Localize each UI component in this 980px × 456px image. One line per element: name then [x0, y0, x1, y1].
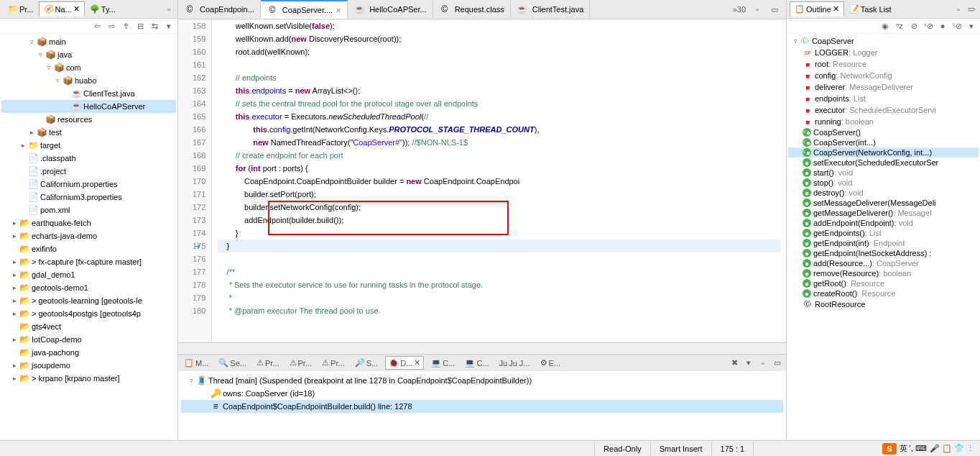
more-tabs[interactable]: »30	[733, 5, 746, 14]
outline-item[interactable]: ᶜ●CoapServer(NetworkConfig, int...)	[788, 147, 979, 158]
bottom-tab[interactable]: 📋M...	[181, 357, 211, 369]
tree-item[interactable]: ▸📂> geotools4postgis [geotools4p	[1, 307, 176, 320]
minimize-icon[interactable]: ▫	[752, 4, 763, 15]
bottom-tab[interactable]: ⚙E...	[537, 357, 564, 369]
bottom-tab[interactable]: 🔍Se...	[216, 357, 249, 369]
tree-item[interactable]: ▸📂gdal_demo1	[1, 268, 176, 281]
menu-icon[interactable]: ▾	[966, 20, 977, 32]
tree-item[interactable]: ▿📦main	[1, 35, 176, 48]
tree-item[interactable]: ▿📦java	[1, 48, 176, 61]
bottom-tab[interactable]: 💻C...	[428, 357, 458, 369]
remove-icon[interactable]: ✖	[729, 357, 740, 369]
focus-icon[interactable]: ◉	[879, 20, 891, 32]
outline-item[interactable]: ●add(Resource...) : CoapServer	[788, 258, 979, 268]
hide-static-icon[interactable]: ˢ⊘	[923, 20, 934, 32]
ime-icon[interactable]: 🎤 📋 👕 ⋮	[930, 444, 974, 453]
menu-icon[interactable]: ▾	[163, 20, 175, 32]
task-list-tab[interactable]: 📝 Task List	[844, 1, 897, 17]
outline-item[interactable]: ●getRoot() : Resource	[788, 278, 979, 288]
debug-stack-item[interactable]: ≡CoapEndpoint$CoapEndpointBuilder.build(…	[181, 400, 783, 413]
project-explorer-tab[interactable]: 📁 Pr...	[3, 1, 39, 17]
tree-item[interactable]: ☕ClientTest.java	[1, 87, 176, 100]
collapse-icon[interactable]: ⊟	[134, 20, 146, 32]
debug-stack-tree[interactable]: ▿🧵Thread [main] (Suspended (breakpoint a…	[178, 371, 786, 440]
debug-stack-item[interactable]: ▿🧵Thread [main] (Suspended (breakpoint a…	[181, 374, 783, 387]
outline-item[interactable]: ■endpoints : List	[788, 93, 979, 104]
navigator-tree[interactable]: ▿📦main▿📦java▿📦com▿📦huabo☕ClientTest.java…	[0, 34, 177, 440]
outline-tab[interactable]: 📋 Outline ✕	[790, 1, 844, 17]
outline-item[interactable]: ●getMessageDeliverer() : MessageI	[788, 208, 979, 218]
tree-item[interactable]: 📂java-pachong	[1, 346, 176, 359]
outline-item[interactable]: ●setExecutor(ScheduledExecutorSer	[788, 158, 979, 168]
menu-icon[interactable]: ▾	[743, 357, 754, 369]
tree-item[interactable]: ▿📦huabo	[1, 74, 176, 87]
outline-item[interactable]: ●getEndpoint(InetSocketAddress) :	[788, 248, 979, 258]
code-content[interactable]: wellKnown.setVisible(false); wellKnown.a…	[212, 19, 786, 342]
tree-item[interactable]: 📄.project	[1, 165, 176, 178]
ime-badge[interactable]: S	[882, 443, 896, 455]
outline-item[interactable]: ■config : NetworkConfig	[788, 70, 979, 81]
tree-item[interactable]: ▸📂> geotools-learning [geotools-le	[1, 294, 176, 307]
outline-item[interactable]: ᶜ●CoapServer(int...)	[788, 137, 979, 147]
maximize-icon[interactable]: ▭	[966, 4, 977, 15]
outline-item[interactable]: ■executor : ScheduledExecutorServi	[788, 104, 979, 116]
bottom-tab[interactable]: JuJu J...	[496, 357, 533, 369]
outline-item[interactable]: ●createRoot() : Resource	[788, 288, 979, 298]
hide-nonpublic-icon[interactable]: ●	[937, 20, 948, 32]
forward-icon[interactable]: ⇨	[106, 20, 117, 32]
back-icon[interactable]: ⇦	[91, 20, 103, 32]
minimize-icon[interactable]: ▫	[757, 357, 769, 369]
outline-item[interactable]: ●getEndpoints() : List	[788, 228, 979, 238]
tree-item[interactable]: ▸📂> fx-capture [fx-capture master]	[1, 255, 176, 268]
minimize-icon[interactable]: ▫	[953, 4, 964, 15]
tree-item[interactable]: ▿📦com	[1, 61, 176, 74]
editor-tab[interactable]: ©CoapServer....✕	[261, 0, 348, 19]
outline-item[interactable]: ●addEndpoint(Endpoint) : void	[788, 218, 979, 228]
tree-item[interactable]: 📂exifinfo	[1, 242, 176, 255]
horizontal-scrollbar[interactable]	[178, 342, 786, 354]
editor-tab[interactable]: ©Request.class	[433, 1, 511, 18]
navigator-tab[interactable]: 🧭 Na... ✕	[39, 1, 85, 17]
tree-item[interactable]: 📦resources	[1, 113, 176, 126]
editor-tab[interactable]: ☕HelloCoAPSer...	[348, 1, 433, 18]
type-hierarchy-tab[interactable]: 🌳 Ty...	[85, 1, 121, 17]
outline-item[interactable]: ●getEndpoint(int) : Endpoint	[788, 238, 979, 248]
tree-item[interactable]: ▸📂earthquake-fetch	[1, 216, 176, 229]
minimize-icon[interactable]: ▫	[163, 4, 175, 15]
hide-local-icon[interactable]: ᴸ⊘	[951, 20, 963, 32]
outline-item[interactable]: ■root : Resource	[788, 58, 979, 70]
tree-item[interactable]: ▸📦test	[1, 126, 176, 139]
sort-icon[interactable]: ᵃz	[894, 20, 905, 32]
editor-tab[interactable]: ☕ClientTest.java	[511, 1, 591, 18]
tree-item[interactable]: 📄.classpath	[1, 152, 176, 165]
code-editor[interactable]: 1581591601611621631641651661671681691701…	[178, 19, 786, 342]
tree-item[interactable]: ☕HelloCoAPServer	[1, 100, 176, 113]
outline-item[interactable]: ●stop() : void	[788, 178, 979, 188]
tree-item[interactable]: ▸📂geotools-demo1	[1, 281, 176, 294]
bottom-tab[interactable]: ⚠Pr...	[319, 357, 348, 369]
bottom-tab[interactable]: 🐞D... ✕	[385, 356, 424, 370]
tree-item[interactable]: ▸📂echarts-java-demo	[1, 229, 176, 242]
bottom-tab[interactable]: 🔎S...	[352, 357, 382, 369]
outline-item[interactable]: ●start() : void	[788, 168, 979, 178]
debug-stack-item[interactable]: 🔑owns: CoapServer (id=18)	[181, 387, 783, 400]
link-icon[interactable]: ⇆	[149, 20, 160, 32]
bottom-tab[interactable]: ⚠Pr...	[287, 357, 315, 369]
maximize-icon[interactable]: ▭	[772, 357, 783, 369]
bottom-tab[interactable]: ⚠Pr...	[254, 357, 282, 369]
up-icon[interactable]: ⇮	[120, 20, 131, 32]
outline-item[interactable]: ●setMessageDeliverer(MessageDeli	[788, 198, 979, 208]
hide-fields-icon[interactable]: ⊘	[908, 20, 920, 32]
outline-tree[interactable]: ▿ Ⓒ CoapServer SFLOGGER : Logger■root : …	[787, 34, 980, 440]
outline-item[interactable]: ■deliverer : MessageDeliverer	[788, 81, 979, 93]
tree-item[interactable]: 📄Californium.properties	[1, 178, 176, 191]
tree-item[interactable]: ▸📁target	[1, 139, 176, 152]
outline-item[interactable]: ●remove(Resource) : boolean	[788, 268, 979, 278]
editor-tab[interactable]: ©CoapEndpoin...	[178, 1, 261, 18]
outline-item[interactable]: ⒸRootResource	[788, 298, 979, 310]
tree-item[interactable]: ▸📂jsoupdemo	[1, 359, 176, 372]
tree-item[interactable]: ▸📂IotCoap-demo	[1, 333, 176, 346]
outline-item[interactable]: SFLOGGER : Logger	[788, 47, 979, 58]
tree-item[interactable]: 📄Californium3.properties	[1, 191, 176, 204]
maximize-icon[interactable]: ▭	[769, 4, 780, 15]
